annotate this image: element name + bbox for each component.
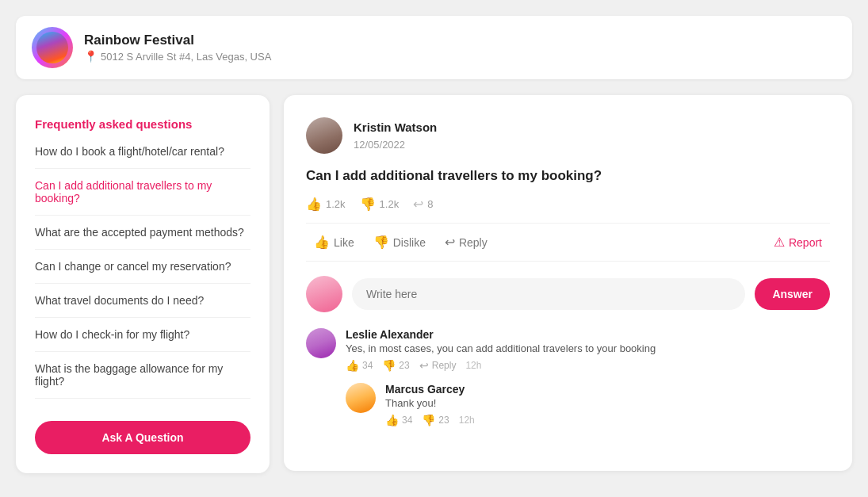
- leslie-reply-icon: ↩: [419, 359, 429, 372]
- question-author: Kristin Watson: [354, 119, 437, 137]
- stats-row: 👍 1.2k 👎 1.2k ↩ 8: [306, 197, 830, 212]
- leslie-like-button[interactable]: 👍 34: [346, 359, 373, 372]
- leslie-likes: 34: [362, 360, 373, 371]
- current-user-avatar: [306, 276, 342, 312]
- dislikes-stat: 👎 1.2k: [360, 197, 400, 212]
- dislike-button[interactable]: 👎 Dislike: [365, 231, 434, 253]
- faq-item-1[interactable]: How do I book a flight/hotel/car rental?: [35, 145, 250, 169]
- main-content: Frequently asked questions How do I book…: [16, 95, 852, 473]
- dislike-label: Dislike: [393, 236, 426, 249]
- reply-label: Reply: [459, 236, 488, 249]
- marcus-avatar: [346, 383, 376, 413]
- leslie-comment-actions: 👍 34 👎 23 ↩ Reply 12h: [346, 359, 830, 372]
- reply-input-row: Answer: [306, 276, 830, 312]
- report-icon: ⚠: [774, 235, 785, 250]
- leslie-dislike-icon: 👎: [382, 359, 396, 372]
- leslie-reply-button[interactable]: ↩ Reply: [419, 359, 457, 372]
- shares-count: 8: [427, 198, 433, 210]
- header-text-block: Rainbow Festival 📍 5012 S Arville St #4,…: [84, 32, 271, 63]
- dislike-icon: 👎: [373, 235, 389, 250]
- marcus-author: Marcus Garcey: [385, 383, 830, 396]
- comment-leslie: Leslie Alexander Yes, in most cases, you…: [306, 328, 830, 439]
- leslie-dislike-button[interactable]: 👎 23: [382, 359, 409, 372]
- kristin-avatar: [306, 117, 342, 154]
- festival-name: Rainbow Festival: [84, 32, 271, 48]
- faq-list: How do I book a flight/hotel/car rental?…: [35, 145, 250, 399]
- marcus-comment-body: Marcus Garcey Thank you! 👍 34 👎 23: [385, 383, 830, 426]
- question-text: Can I add additional travellers to my bo…: [306, 168, 830, 184]
- report-button[interactable]: ⚠ Report: [766, 231, 830, 253]
- leslie-avatar: [306, 328, 336, 358]
- faq-item-7[interactable]: What is the baggage allowance for my fli…: [35, 352, 250, 399]
- likes-count: 1.2k: [326, 198, 346, 210]
- shares-stat: ↩ 8: [413, 197, 433, 212]
- answer-button[interactable]: Answer: [755, 278, 830, 310]
- dislikes-count: 1.2k: [380, 198, 400, 210]
- leslie-comment-text: Yes, in most cases, you can add addition…: [346, 342, 830, 354]
- likes-stat: 👍 1.2k: [306, 197, 346, 212]
- marcus-likes: 34: [402, 415, 412, 426]
- question-header: Kristin Watson 12/05/2022: [306, 117, 830, 154]
- reply-button[interactable]: ↩ Reply: [437, 231, 495, 253]
- like-button[interactable]: 👍 Like: [306, 231, 362, 253]
- location-text: 5012 S Arville St #4, Las Vegas, USA: [101, 51, 271, 63]
- location-pin-icon: 📍: [84, 50, 98, 63]
- reply-input[interactable]: [352, 278, 745, 310]
- report-label: Report: [789, 236, 822, 249]
- thumbs-down-icon: 👎: [360, 197, 376, 212]
- comment-marcus: Marcus Garcey Thank you! 👍 34 👎 23: [346, 383, 830, 426]
- marcus-comment-actions: 👍 34 👎 23 12h: [385, 414, 830, 426]
- marcus-dislike-button[interactable]: 👎 23: [422, 414, 449, 426]
- marcus-dislike-icon: 👎: [422, 414, 435, 426]
- marcus-comment-text: Thank you!: [385, 397, 830, 409]
- leslie-like-icon: 👍: [346, 359, 359, 372]
- marcus-like-icon: 👍: [385, 414, 399, 426]
- marcus-comment-time: 12h: [459, 415, 475, 426]
- faq-item-5[interactable]: What travel documents do I need?: [35, 284, 250, 318]
- question-meta: Kristin Watson 12/05/2022: [354, 119, 437, 152]
- leslie-dislikes: 23: [399, 360, 409, 371]
- reply-icon: ↩: [445, 235, 455, 250]
- ask-question-button[interactable]: Ask A Question: [35, 421, 250, 454]
- faq-section-title: Frequently asked questions: [35, 117, 250, 131]
- marcus-like-button[interactable]: 👍 34: [385, 414, 412, 426]
- action-row: 👍 Like 👎 Dislike ↩ Reply ⚠ Report: [306, 223, 830, 262]
- faq-item-2[interactable]: Can I add additional travellers to my bo…: [35, 169, 250, 216]
- faq-panel: Frequently asked questions How do I book…: [16, 95, 270, 473]
- marcus-dislikes: 23: [438, 415, 449, 426]
- app-header: Rainbow Festival 📍 5012 S Arville St #4,…: [16, 16, 852, 79]
- thumbs-up-icon: 👍: [306, 197, 322, 212]
- qa-panel: Kristin Watson 12/05/2022 Can I add addi…: [284, 95, 852, 471]
- like-label: Like: [334, 236, 354, 249]
- festival-location: 📍 5012 S Arville St #4, Las Vegas, USA: [84, 50, 271, 63]
- faq-item-3[interactable]: What are the accepted payment methods?: [35, 216, 250, 250]
- question-date: 12/05/2022: [354, 137, 437, 153]
- share-icon: ↩: [413, 197, 423, 212]
- faq-item-4[interactable]: Can I change or cancel my reservation?: [35, 250, 250, 284]
- leslie-author: Leslie Alexander: [346, 328, 830, 341]
- festival-logo: [32, 27, 73, 68]
- like-icon: 👍: [314, 235, 330, 250]
- leslie-comment-time: 12h: [465, 360, 481, 371]
- faq-item-6[interactable]: How do I check-in for my flight?: [35, 318, 250, 352]
- leslie-reply-label: Reply: [432, 360, 457, 371]
- leslie-comment-body: Leslie Alexander Yes, in most cases, you…: [346, 328, 830, 439]
